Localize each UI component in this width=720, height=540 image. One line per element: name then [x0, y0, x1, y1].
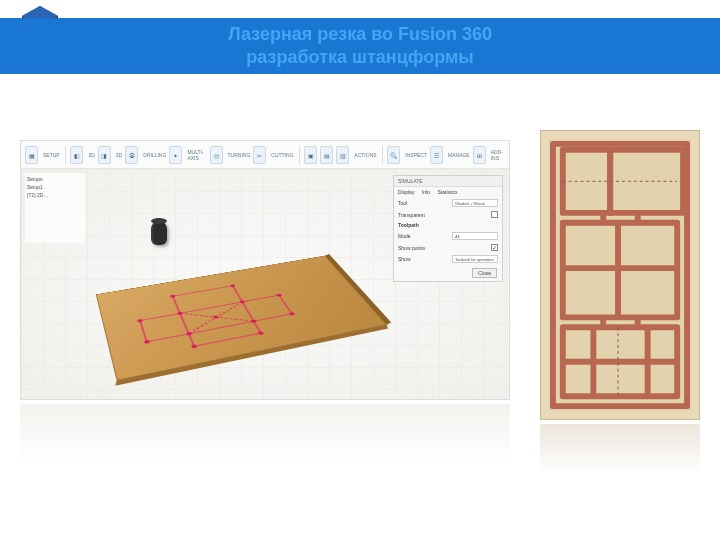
2d-icon[interactable]: ◧	[70, 146, 83, 164]
prop-check-transparent[interactable]	[491, 211, 498, 218]
fusion-toolbar: ▦ SETUP ◧ 2D ◨ 3D ⦿ DRILLING ✦ MULTI-AXI…	[21, 141, 509, 169]
tb-sep	[65, 146, 66, 164]
prop-lbl: Transparent	[398, 212, 488, 218]
svg-point-11	[250, 319, 257, 323]
prop-val-tool[interactable]: Shaded + Shank	[452, 199, 498, 207]
die-board-photo	[540, 130, 700, 420]
prop-row-mode: Mode All	[394, 230, 502, 242]
title-line-2: разработка штанцформы	[246, 47, 473, 67]
browser-item[interactable]: Setup1	[27, 183, 83, 191]
setup-icon[interactable]: ▦	[25, 146, 38, 164]
addins-icon[interactable]: ⊞	[473, 146, 486, 164]
tb-label-setup: SETUP	[43, 152, 60, 158]
slide-content: ▦ SETUP ◧ 2D ◨ 3D ⦿ DRILLING ✦ MULTI-AXI…	[20, 130, 700, 510]
svg-point-5	[170, 295, 176, 298]
prop-tab-info[interactable]: Info	[422, 189, 430, 195]
svg-point-9	[230, 284, 236, 287]
manage-icon[interactable]: ☰	[430, 146, 443, 164]
reflection-right	[540, 424, 700, 474]
prop-tab-stats[interactable]: Statistics	[438, 189, 458, 195]
tb-label-multi: MULTI-AXIS	[187, 149, 206, 161]
tb-sep	[382, 146, 383, 164]
tb-label-inspect: INSPECT	[405, 152, 427, 158]
reflection-left	[20, 404, 510, 464]
inspect-icon[interactable]: 🔍	[387, 146, 400, 164]
prop-row-tool: Tool Shaded + Shank	[394, 197, 502, 209]
act3-icon[interactable]: ▥	[336, 146, 349, 164]
svg-point-4	[144, 340, 150, 344]
3d-icon[interactable]: ◨	[98, 146, 111, 164]
prop-title: SIMULATE	[394, 176, 502, 187]
prop-row-show: Show Toolpath for operation	[394, 253, 502, 265]
tb-sep	[299, 146, 300, 164]
prop-lbl: Show	[398, 256, 449, 262]
prop-lbl: Toolpath	[398, 222, 498, 228]
drill-icon[interactable]: ⦿	[125, 146, 138, 164]
title-line-1: Лазерная резка во Fusion 360	[228, 24, 492, 44]
prop-lbl: Show points	[398, 245, 488, 251]
act1-icon[interactable]: ▣	[304, 146, 317, 164]
slide-title: Лазерная резка во Fusion 360 разработка …	[228, 23, 492, 70]
prop-tab-display[interactable]: Display	[398, 189, 414, 195]
svg-point-10	[239, 300, 245, 303]
svg-point-13	[276, 293, 282, 296]
prop-row-transparent: Transparent	[394, 209, 502, 220]
tool-cylinder	[151, 221, 167, 245]
fusion-screenshot: ▦ SETUP ◧ 2D ◨ 3D ⦿ DRILLING ✦ MULTI-AXI…	[20, 140, 510, 400]
browser-panel[interactable]: Setups Setup1 [T1] 2D…	[25, 173, 85, 243]
prop-val-mode[interactable]: All	[452, 232, 498, 240]
tb-label-2d: 2D	[88, 152, 94, 158]
tb-label-drill: DRILLING	[143, 152, 166, 158]
act2-icon[interactable]: ▤	[320, 146, 333, 164]
multiaxis-icon[interactable]: ✦	[169, 146, 182, 164]
svg-point-8	[191, 344, 198, 348]
browser-item[interactable]: [T1] 2D…	[27, 191, 83, 199]
close-button[interactable]: Close	[472, 268, 497, 278]
cut-icon[interactable]: ✂	[253, 146, 266, 164]
turn-icon[interactable]: ◎	[210, 146, 223, 164]
prop-tabs: Display Info Statistics	[394, 187, 502, 197]
prop-check-showpoints[interactable]	[491, 244, 498, 251]
svg-point-6	[177, 312, 183, 316]
svg-point-15	[213, 315, 219, 319]
svg-point-12	[257, 331, 264, 335]
prop-section-toolpath: Toolpath	[394, 220, 502, 230]
tb-label-turn: TURNING	[228, 152, 251, 158]
tb-label-cut: CUTTING	[271, 152, 293, 158]
browser-root: Setups	[27, 175, 83, 183]
tb-label-3d: 3D	[116, 152, 122, 158]
prop-row-showpoints: Show points	[394, 242, 502, 253]
tb-label-actions: ACTIONS	[354, 152, 376, 158]
svg-point-3	[137, 319, 143, 323]
prop-lbl: Mode	[398, 233, 449, 239]
prop-lbl: Tool	[398, 200, 449, 206]
svg-point-14	[289, 312, 296, 316]
slide-header: Лазерная резка во Fusion 360 разработка …	[0, 18, 720, 74]
die-board	[549, 139, 691, 411]
fusion-viewport[interactable]: Setups Setup1 [T1] 2D…	[21, 169, 509, 400]
tb-label-addins: ADD-INS	[491, 149, 505, 161]
wood-plate	[96, 256, 387, 381]
prop-val-show[interactable]: Toolpath for operation	[452, 255, 498, 263]
prop-close-row: Close	[394, 265, 502, 281]
properties-panel[interactable]: SIMULATE Display Info Statistics Tool Sh…	[393, 175, 503, 282]
tb-label-manage: MANAGE	[448, 152, 470, 158]
